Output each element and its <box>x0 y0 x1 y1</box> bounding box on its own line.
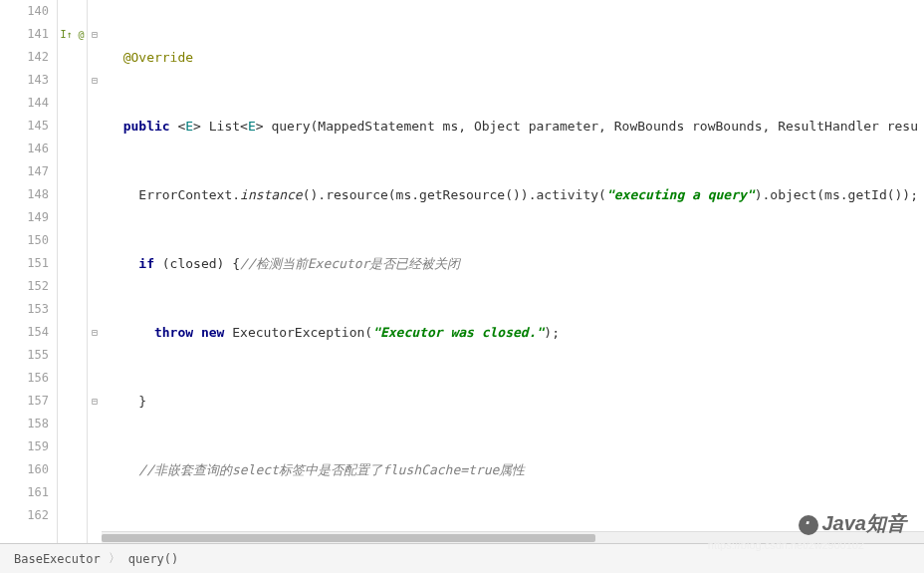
fold-toggle-icon[interactable]: ⊟ <box>88 321 102 344</box>
line-number: 151 <box>0 252 49 275</box>
line-number: 150 <box>0 229 49 252</box>
breadcrumb-separator-icon: 〉 <box>109 550 120 567</box>
line-number: 157 <box>0 390 49 413</box>
watermark-url: https://blog.csdn.net/zwz900102 <box>708 539 864 551</box>
watermark: Java知音 <box>799 510 907 537</box>
code-line: } <box>108 390 924 413</box>
line-number: 152 <box>0 275 49 298</box>
line-number: 146 <box>0 138 49 160</box>
line-number: 143 <box>0 69 49 92</box>
fold-toggle-icon[interactable]: ⊟ <box>88 390 102 413</box>
fold-toggle-icon[interactable]: ⊟ <box>88 23 102 46</box>
breadcrumb-method[interactable]: query() <box>128 552 179 566</box>
line-number: 160 <box>0 458 49 481</box>
override-gutter-icon[interactable]: I↑ @ <box>58 23 87 46</box>
line-number: 156 <box>0 367 49 390</box>
line-number: 149 <box>0 206 49 229</box>
code-line: throw new ExecutorException("Executor wa… <box>108 321 924 344</box>
watermark-logo-icon <box>799 515 818 535</box>
code-area[interactable]: @Override public <E> List<E> query(Mappe… <box>102 0 924 543</box>
breadcrumb-class[interactable]: BaseExecutor <box>14 552 101 566</box>
line-number: 147 <box>0 160 49 183</box>
line-number: 153 <box>0 298 49 321</box>
line-number: 154 <box>0 321 49 344</box>
line-number: 141 <box>0 23 49 46</box>
scrollbar-thumb[interactable] <box>102 534 595 542</box>
line-number: 158 <box>0 413 49 435</box>
line-number: 140 <box>0 0 49 23</box>
fold-toggle-icon[interactable]: ⊟ <box>88 69 102 92</box>
line-number: 148 <box>0 183 49 206</box>
fold-column: ⊟ ⊟ ⊟ ⊟ <box>88 0 102 543</box>
line-number: 159 <box>0 435 49 458</box>
line-number: 161 <box>0 481 49 504</box>
gutter-icon-column: I↑ @ <box>58 0 88 543</box>
line-number-gutter: 140 141 142 143 144 145 146 147 148 149 … <box>0 0 58 543</box>
code-line: @Override <box>108 46 924 69</box>
code-line: if (closed) {//检测当前Executor是否已经被关闭 <box>108 252 924 275</box>
line-number: 162 <box>0 504 49 527</box>
code-line: //非嵌套查询的select标签中是否配置了flushCache=true属性 <box>108 458 924 481</box>
line-number: 155 <box>0 344 49 367</box>
line-number: 144 <box>0 92 49 115</box>
code-line: public <E> List<E> query(MappedStatement… <box>108 115 924 138</box>
code-line: ErrorContext.instance().resource(ms.getR… <box>108 183 924 206</box>
line-number: 145 <box>0 115 49 138</box>
line-number: 142 <box>0 46 49 69</box>
